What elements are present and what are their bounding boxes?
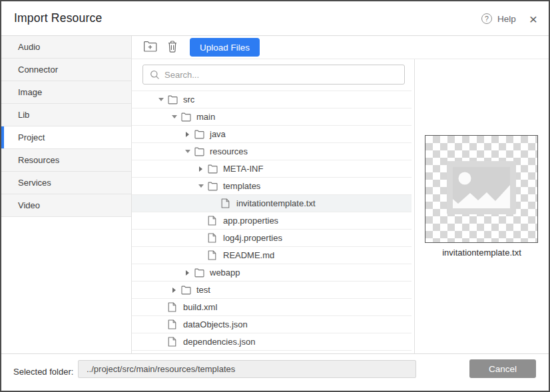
folder-icon <box>208 181 218 192</box>
tree-item-readme-md[interactable]: README.md <box>132 247 412 264</box>
folder-icon <box>194 129 205 140</box>
tree-item-label: log4j.properties <box>223 233 282 243</box>
tree-item-dataobjects-json[interactable]: dataObjects.json <box>132 316 412 333</box>
tree-item-label: test <box>196 285 210 295</box>
delete-button[interactable] <box>167 40 178 55</box>
tree-item-src[interactable]: src <box>132 91 412 108</box>
tree-item-main[interactable]: main <box>132 108 412 126</box>
triangle-glyph <box>158 98 164 101</box>
sidebar-item-audio[interactable]: Audio <box>1 36 131 59</box>
preview-filename: invitationtemplate.txt <box>415 248 549 258</box>
indent-spacer <box>154 333 168 350</box>
tree-item-label: java <box>210 129 226 139</box>
triangle-glyph <box>186 132 189 137</box>
tree-item-label: build.xml <box>183 302 217 312</box>
sidebar-item-services[interactable]: Services <box>1 172 131 194</box>
sidebar-item-label: Project <box>18 132 45 142</box>
chevron-right-icon[interactable] <box>180 264 194 281</box>
indent-spacer <box>194 230 208 246</box>
sidebar-item-label: Video <box>18 200 40 210</box>
tree-item-build-xml[interactable]: build.xml <box>132 299 412 316</box>
triangle-glyph <box>199 166 202 172</box>
indent-spacer <box>154 299 168 315</box>
chevron-down-icon[interactable] <box>154 91 168 108</box>
indent-spacer <box>194 212 208 229</box>
sidebar: AudioConnectorImageLibProjectResourcesSe… <box>1 36 132 353</box>
indent-spacer <box>154 316 168 333</box>
selected-folder-label: Selected folder: <box>13 367 73 377</box>
dialog-footer: Selected folder: Cancel <box>1 353 549 391</box>
help-button[interactable]: ? Help <box>481 13 516 24</box>
sidebar-item-label: Services <box>18 178 51 188</box>
sidebar-item-image[interactable]: Image <box>1 81 131 104</box>
tree-row-clipped <box>132 86 412 91</box>
tree-item-webapp[interactable]: webapp <box>132 264 412 282</box>
file-icon <box>168 319 178 330</box>
chevron-right-icon[interactable] <box>194 160 208 177</box>
selected-folder-input[interactable] <box>78 360 416 378</box>
chevron-down-icon[interactable] <box>167 108 181 125</box>
sidebar-item-label: Lib <box>18 110 29 120</box>
chevron-down-icon[interactable] <box>180 143 194 160</box>
sidebar-item-label: Image <box>18 87 42 97</box>
toolbar: Upload Files <box>132 36 549 59</box>
indent-spacer <box>194 247 208 264</box>
tree-item-label: app.properties <box>223 216 278 226</box>
search-input[interactable] <box>160 70 404 80</box>
sidebar-item-lib[interactable]: Lib <box>1 104 131 126</box>
tree-item-app-properties[interactable]: app.properties <box>132 212 412 230</box>
tree-item-invitationtemplate-txt[interactable]: invitationtemplate.txt <box>132 195 412 212</box>
folder-icon <box>194 146 205 157</box>
file-icon <box>221 198 232 209</box>
folder-icon <box>181 285 192 295</box>
tree-item-log4j-properties[interactable]: log4j.properties <box>132 230 412 247</box>
selected-indicator <box>1 126 4 148</box>
tree-item-label: META-INF <box>223 164 263 174</box>
tree-item-java[interactable]: java <box>132 126 412 143</box>
chevron-down-icon[interactable] <box>194 178 208 194</box>
sidebar-item-resources[interactable]: Resources <box>1 149 131 172</box>
preview-thumbnail <box>425 135 538 243</box>
file-tree-panel: srcmainjavaresourcesMETA-INFtemplatesinv… <box>132 59 415 353</box>
triangle-glyph <box>172 288 176 293</box>
tree-item-templates[interactable]: templates <box>132 178 412 195</box>
folder-icon <box>181 112 192 122</box>
tree-item-label: templates <box>223 181 260 191</box>
sidebar-item-project[interactable]: Project <box>1 126 131 149</box>
folder-icon <box>208 164 218 174</box>
tree-item-label: invitationtemplate.txt <box>236 198 316 208</box>
new-folder-button[interactable] <box>143 41 157 55</box>
tree-item-label: resources <box>210 146 248 156</box>
indent-spacer <box>207 195 221 212</box>
triangle-glyph <box>172 115 177 118</box>
tree-item-test[interactable]: test <box>132 282 412 299</box>
help-label: Help <box>497 14 516 24</box>
header-actions: ? Help × <box>481 1 537 36</box>
upload-files-button[interactable]: Upload Files <box>190 38 260 57</box>
help-icon: ? <box>481 13 492 24</box>
page-title: Import Resource <box>14 11 102 25</box>
folder-icon <box>168 95 178 105</box>
tree-item-dependencies-json[interactable]: dependencies.json <box>132 333 412 351</box>
tree-item-label: webapp <box>210 268 240 278</box>
tree-item-label: dependencies.json <box>183 337 255 347</box>
sidebar-item-label: Connector <box>18 65 58 75</box>
chevron-right-icon[interactable] <box>180 126 194 142</box>
file-icon <box>208 233 218 244</box>
folder-icon <box>194 268 205 278</box>
import-resource-dialog: Import Resource ? Help × AudioConnectorI… <box>0 0 550 392</box>
file-icon <box>208 216 218 226</box>
tree-item-label: src <box>183 95 194 104</box>
file-icon <box>168 337 178 347</box>
tree-item-meta-inf[interactable]: META-INF <box>132 160 412 178</box>
tree-item-label: README.md <box>223 250 274 260</box>
dialog-header: Import Resource ? Help × <box>1 1 549 36</box>
tree-item-label: main <box>196 112 215 122</box>
cancel-button[interactable]: Cancel <box>469 359 536 378</box>
tree-item-resources[interactable]: resources <box>132 143 412 160</box>
chevron-right-icon[interactable] <box>167 282 181 298</box>
close-icon[interactable]: × <box>529 12 537 26</box>
sidebar-item-video[interactable]: Video <box>1 194 131 217</box>
search-icon <box>150 70 160 80</box>
sidebar-item-connector[interactable]: Connector <box>1 59 131 81</box>
